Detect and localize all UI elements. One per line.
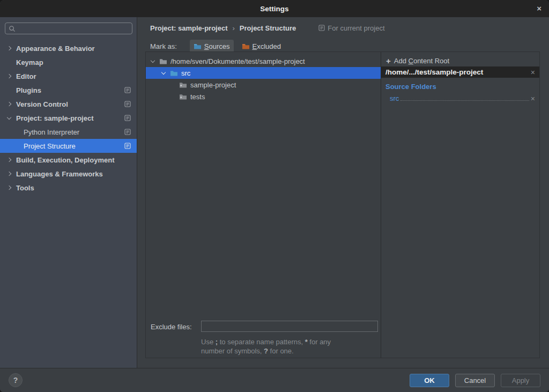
settings-dialog: Settings × Appearance & Behavior Keymap …: [0, 0, 549, 392]
tree-row-content-root[interactable]: /home/sven/Dokumente/test/sample-project: [146, 55, 381, 67]
label-part: Add: [394, 57, 409, 65]
content-root-details: + Add Content Root /home/.../test/sample…: [381, 52, 539, 358]
mark-sources-button[interactable]: Sources: [190, 40, 234, 53]
mnemonic: S: [204, 42, 209, 50]
settings-nav: Appearance & Behavior Keymap Editor Plug…: [0, 41, 137, 195]
sidebar-item-plugins[interactable]: Plugins: [0, 83, 137, 97]
tree-row-label: tests: [190, 93, 205, 101]
breadcrumb-project[interactable]: Project: sample-project: [150, 24, 228, 32]
tree-row-tests[interactable]: tests: [146, 91, 381, 102]
help-button[interactable]: ?: [9, 373, 23, 387]
ok-button[interactable]: OK: [410, 374, 449, 387]
mnemonic: C: [409, 57, 413, 65]
sidebar-item-project[interactable]: Project: sample-project: [0, 111, 137, 125]
settings-sync-icon: [318, 25, 325, 31]
sidebar-item-label: Languages & Frameworks: [16, 170, 103, 178]
remove-source-folder-icon[interactable]: ×: [531, 95, 535, 102]
sidebar-item-project-structure[interactable]: Project Structure: [0, 139, 137, 153]
hint-text: for one.: [268, 347, 294, 355]
sidebar-item-keymap[interactable]: Keymap: [0, 55, 137, 69]
hint-text: number of symbols,: [201, 347, 264, 355]
sources-folder-icon: [194, 43, 202, 50]
folder-icon: [179, 82, 187, 88]
source-folders-title: Source Folders: [385, 83, 436, 91]
chevron-down-icon[interactable]: [7, 115, 11, 119]
tree-row-label: sample-project: [190, 81, 236, 89]
hint-text: ?: [264, 347, 268, 355]
breadcrumb-page: Project Structure: [240, 24, 296, 32]
sidebar-item-appearance-behavior[interactable]: Appearance & Behavior: [0, 41, 137, 55]
chevron-right-icon[interactable]: [7, 186, 11, 190]
label-rest: xcluded: [257, 42, 281, 50]
dialog-title: Settings: [260, 5, 288, 13]
sidebar-item-label: Build, Execution, Deployment: [16, 156, 114, 164]
mark-excluded-button[interactable]: Excluded: [238, 40, 285, 53]
settings-sync-icon: [124, 115, 131, 123]
settings-sync-icon: [124, 143, 131, 151]
content-root-path: /home/.../test/sample-project: [385, 68, 531, 76]
sidebar-item-tools[interactable]: Tools: [0, 181, 137, 195]
exclude-files-label: Exclude files:: [151, 323, 192, 331]
scope-label: For current project: [328, 24, 384, 32]
sidebar-item-label: Python Interpreter: [24, 128, 79, 136]
sidebar-item-label: Tools: [16, 184, 34, 192]
chevron-down-icon[interactable]: [151, 58, 155, 62]
chevron-right-icon[interactable]: [7, 102, 11, 106]
sidebar-item-label: Keymap: [16, 58, 43, 66]
plus-icon: +: [386, 56, 391, 65]
chevron-down-icon[interactable]: [161, 70, 166, 74]
sidebar-item-python-interpreter[interactable]: Python Interpreter: [0, 125, 137, 139]
content-roots-tree: /home/sven/Dokumente/test/sample-project…: [146, 52, 381, 358]
apply-button[interactable]: Apply: [501, 374, 540, 387]
chevron-right-icon[interactable]: [7, 158, 11, 162]
mark-as-label: Mark as:: [150, 42, 177, 50]
dialog-footer: ? OK Cancel Apply: [0, 368, 549, 392]
tree-row-label: src: [181, 69, 190, 77]
sidebar-item-label: Project Structure: [24, 142, 76, 150]
project-structure-panel: /home/sven/Dokumente/test/sample-project…: [145, 51, 540, 358]
label-part: ontent Root: [413, 57, 449, 65]
settings-sidebar: Appearance & Behavior Keymap Editor Plug…: [0, 17, 137, 368]
exclude-files-input[interactable]: [201, 321, 378, 332]
excluded-folder-icon: [242, 43, 250, 50]
hint-text: to separate name patterns,: [218, 338, 305, 346]
cancel-button[interactable]: Cancel: [455, 374, 495, 387]
sidebar-item-label: Appearance & Behavior: [16, 45, 95, 53]
sidebar-item-label: Project: sample-project: [16, 114, 94, 122]
settings-sync-icon: [124, 129, 131, 137]
content-root-row[interactable]: /home/.../test/sample-project ×: [381, 66, 539, 78]
source-folder-row[interactable]: src ×: [390, 93, 535, 102]
tree-row-sample-project[interactable]: sample-project: [146, 79, 381, 91]
add-content-root-button[interactable]: + Add Content Root: [386, 55, 449, 66]
chevron-right-icon[interactable]: [7, 172, 11, 176]
source-folder-name: src: [390, 94, 399, 102]
folder-icon: [179, 93, 187, 100]
sidebar-item-label: Version Control: [16, 100, 68, 108]
exclude-files-hint: Use ; to separate name patterns, * for a…: [201, 337, 383, 356]
settings-content: Project: sample-project › Project Struct…: [137, 17, 549, 368]
tree-row-label: /home/sven/Dokumente/test/sample-project: [170, 57, 305, 65]
sidebar-item-version-control[interactable]: Version Control: [0, 97, 137, 111]
sidebar-item-label: Editor: [16, 72, 36, 80]
chevron-right-icon[interactable]: [7, 74, 11, 78]
search-input[interactable]: [5, 23, 132, 34]
settings-sync-icon: [124, 87, 131, 95]
sidebar-item-build-execution-deployment[interactable]: Build, Execution, Deployment: [0, 153, 137, 167]
tree-row-src[interactable]: src: [146, 67, 381, 79]
search-icon: [9, 25, 16, 32]
remove-content-root-icon[interactable]: ×: [531, 69, 535, 76]
titlebar[interactable]: Settings ×: [0, 0, 549, 17]
hint-text: for any: [308, 338, 331, 346]
sidebar-item-label: Plugins: [16, 86, 41, 94]
chevron-right-icon[interactable]: [7, 46, 11, 50]
folder-icon: [159, 58, 167, 65]
hint-text: Use: [201, 338, 216, 346]
breadcrumb: Project: sample-project › Project Struct…: [150, 21, 385, 34]
breadcrumb-separator: ›: [233, 24, 235, 32]
settings-sync-icon: [124, 101, 131, 109]
source-folder-icon: [170, 70, 178, 77]
sidebar-item-editor[interactable]: Editor: [0, 69, 137, 83]
close-icon[interactable]: ×: [535, 0, 544, 17]
dotted-leader: [400, 100, 529, 101]
sidebar-item-languages-frameworks[interactable]: Languages & Frameworks: [0, 167, 137, 181]
